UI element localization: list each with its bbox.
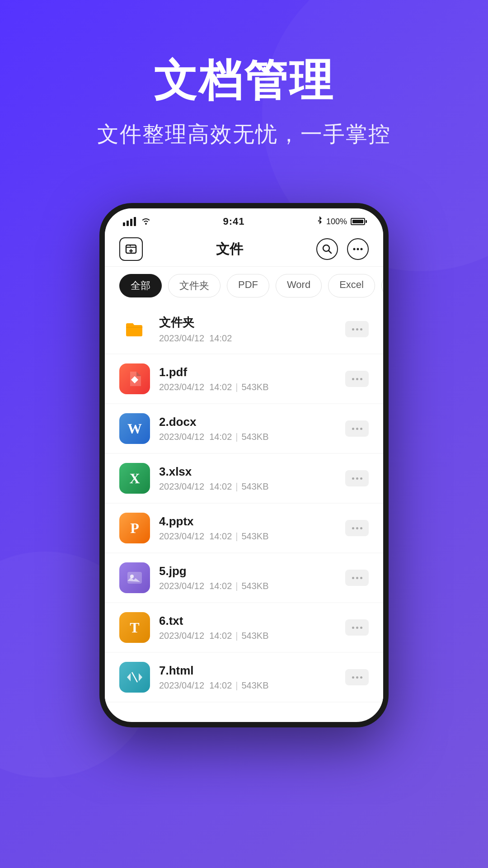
wifi-icon xyxy=(141,217,151,227)
file-name: 6.txt xyxy=(159,614,336,628)
file-icon-folder xyxy=(119,314,150,344)
search-button[interactable] xyxy=(316,238,338,260)
file-more-button[interactable] xyxy=(345,520,369,536)
file-name: 4.pptx xyxy=(159,514,336,528)
file-info: 3.xlsx2023/04/12 14:02|543KB xyxy=(159,465,336,492)
status-right: 100% xyxy=(316,216,365,227)
file-meta: 2023/04/12 14:02|543KB xyxy=(159,581,336,591)
file-meta: 2023/04/12 14:02|543KB xyxy=(159,382,336,392)
svg-point-5 xyxy=(353,248,356,250)
svg-line-11 xyxy=(132,672,137,682)
file-list: 文件夹2023/04/12 14:02 1.pdf2023/04/12 14:0… xyxy=(105,305,383,703)
file-more-button[interactable] xyxy=(345,619,369,636)
signal-bar-2 xyxy=(127,221,129,226)
signal-bar-3 xyxy=(130,219,132,226)
battery-percent: 100% xyxy=(326,217,347,226)
file-icon-docx: W xyxy=(119,413,150,444)
file-icon-xlsx: X xyxy=(119,463,150,494)
phone-mockup: 9:41 100% xyxy=(99,203,389,727)
file-name: 1.pdf xyxy=(159,365,336,379)
file-item[interactable]: X3.xlsx2023/04/12 14:02|543KB xyxy=(105,454,383,503)
file-info: 6.txt2023/04/12 14:02|543KB xyxy=(159,614,336,641)
file-meta: 2023/04/12 14:02|543KB xyxy=(159,481,336,492)
file-info: 2.docx2023/04/12 14:02|543KB xyxy=(159,415,336,442)
file-more-button[interactable] xyxy=(345,420,369,437)
nav-actions xyxy=(316,238,369,260)
file-item[interactable]: 5.jpg2023/04/12 14:02|543KB xyxy=(105,553,383,602)
file-meta: 2023/04/12 14:02 xyxy=(159,333,336,344)
file-name: 2.docx xyxy=(159,415,336,429)
file-more-button[interactable] xyxy=(345,570,369,586)
file-more-button[interactable] xyxy=(345,470,369,486)
signal-bar-4 xyxy=(134,217,136,226)
filter-tab-文件夹[interactable]: 文件夹 xyxy=(168,274,221,297)
svg-point-7 xyxy=(361,248,363,250)
file-name: 3.xlsx xyxy=(159,465,336,479)
file-icon-pdf xyxy=(119,363,150,394)
bluetooth-icon xyxy=(316,216,323,227)
status-time: 9:41 xyxy=(223,216,244,227)
nav-title: 文件 xyxy=(216,240,243,259)
file-info: 文件夹2023/04/12 14:02 xyxy=(159,315,336,344)
filter-tab-Word[interactable]: Word xyxy=(276,274,322,297)
file-meta: 2023/04/12 14:02|543KB xyxy=(159,432,336,442)
file-info: 4.pptx2023/04/12 14:02|543KB xyxy=(159,514,336,542)
file-icon-pptx: P xyxy=(119,513,150,543)
file-meta: 2023/04/12 14:02|543KB xyxy=(159,680,336,691)
file-info: 7.html2023/04/12 14:02|543KB xyxy=(159,664,336,691)
file-item[interactable]: W2.docx2023/04/12 14:02|543KB xyxy=(105,404,383,453)
file-item[interactable]: 文件夹2023/04/12 14:02 xyxy=(105,305,383,354)
file-more-button[interactable] xyxy=(345,371,369,387)
filter-tab-全部[interactable]: 全部 xyxy=(119,274,162,297)
file-meta: 2023/04/12 14:02|543KB xyxy=(159,531,336,542)
svg-point-6 xyxy=(357,248,359,250)
filter-tabs: 全部文件夹PDFWordExcelPPT xyxy=(105,267,383,305)
status-bar: 9:41 100% xyxy=(105,208,383,232)
status-left xyxy=(123,217,151,227)
filter-tab-Excel[interactable]: Excel xyxy=(328,274,375,297)
file-name: 文件夹 xyxy=(159,315,336,330)
svg-rect-9 xyxy=(127,572,142,584)
file-item[interactable]: P4.pptx2023/04/12 14:02|543KB xyxy=(105,504,383,552)
svg-line-4 xyxy=(328,250,331,253)
more-options-button[interactable] xyxy=(347,238,369,260)
file-item[interactable]: T6.txt2023/04/12 14:02|543KB xyxy=(105,603,383,652)
file-meta: 2023/04/12 14:02|543KB xyxy=(159,631,336,641)
file-item[interactable]: 7.html2023/04/12 14:02|543KB xyxy=(105,653,383,702)
nav-bar: 文件 xyxy=(105,232,383,267)
file-more-button[interactable] xyxy=(345,669,369,685)
signal-bar-1 xyxy=(123,222,125,226)
file-icon-html xyxy=(119,662,150,693)
filter-tab-PDF[interactable]: PDF xyxy=(227,274,269,297)
file-name: 5.jpg xyxy=(159,564,336,578)
file-info: 5.jpg2023/04/12 14:02|543KB xyxy=(159,564,336,591)
file-icon-txt: T xyxy=(119,612,150,643)
signal-bars xyxy=(123,217,136,226)
battery-fill xyxy=(352,220,363,223)
file-name: 7.html xyxy=(159,664,336,678)
add-folder-button[interactable] xyxy=(119,237,143,261)
filter-tab-PPT[interactable]: PPT xyxy=(381,274,383,297)
battery-icon xyxy=(351,218,365,225)
file-info: 1.pdf2023/04/12 14:02|543KB xyxy=(159,365,336,392)
file-item[interactable]: 1.pdf2023/04/12 14:02|543KB xyxy=(105,354,383,403)
file-more-button[interactable] xyxy=(345,321,369,337)
file-icon-jpg xyxy=(119,562,150,593)
